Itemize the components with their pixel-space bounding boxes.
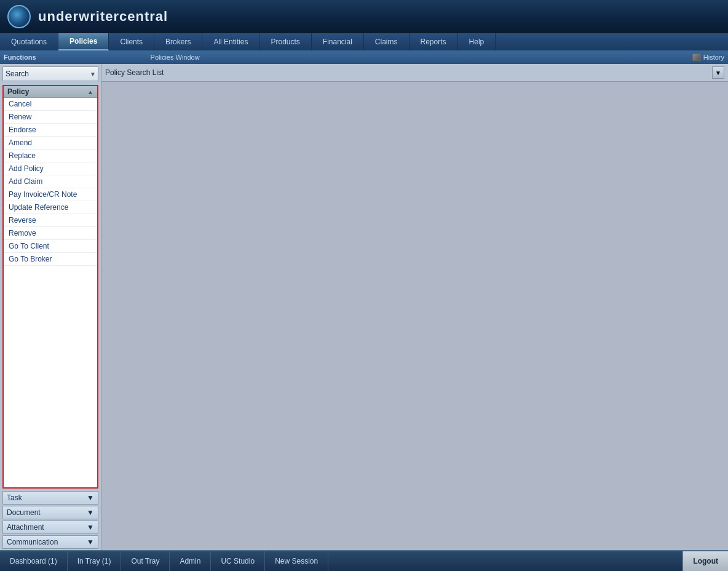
policy-item-endorse[interactable]: Endorse	[4, 124, 97, 137]
policy-item-go-to-client[interactable]: Go To Client	[4, 240, 97, 253]
nav-products[interactable]: Products	[259, 33, 311, 50]
content-area: Policy Search List ▼	[101, 64, 728, 550]
sidebar-bottom-accordions: Task ▼ Document ▼ Attachment ▼ Communica…	[0, 490, 101, 550]
communication-accordion-button[interactable]: Communication ▼	[2, 535, 98, 549]
app-logo	[7, 5, 31, 28]
statusbar-new-session[interactable]: New Session	[265, 551, 328, 571]
window-label: Policies Window	[151, 54, 200, 61]
policy-item-go-to-broker[interactable]: Go To Broker	[4, 253, 97, 266]
task-accordion: Task ▼	[2, 491, 98, 505]
content-toolbar-title: Policy Search List	[105, 68, 710, 77]
policy-item-cancel[interactable]: Cancel	[4, 98, 97, 111]
content-toolbar-dropdown-button[interactable]: ▼	[712, 66, 724, 79]
content-main-area	[101, 82, 728, 550]
search-dropdown-container: Search ▼	[2, 66, 98, 81]
policy-item-reverse[interactable]: Reverse	[4, 214, 97, 227]
content-toolbar: Policy Search List ▼	[101, 64, 728, 82]
sidebar: Search ▼ Policy ▲ Cancel Renew Endorse A…	[0, 64, 101, 550]
app-header: underwritercentral	[0, 0, 728, 33]
policy-section: Policy ▲ Cancel Renew Endorse Amend Repl…	[2, 85, 98, 489]
history-button[interactable]: History	[692, 54, 724, 61]
statusbar-admin[interactable]: Admin	[170, 551, 211, 571]
nav-brokers[interactable]: Brokers	[154, 33, 202, 50]
attachment-accordion: Attachment ▼	[2, 521, 98, 534]
communication-dropdown-arrow: ▼	[87, 538, 94, 546]
app-title: underwritercentral	[38, 9, 168, 25]
document-dropdown-arrow: ▼	[87, 508, 94, 517]
policy-item-pay-invoice[interactable]: Pay Invoice/CR Note	[4, 188, 97, 201]
communication-accordion: Communication ▼	[2, 535, 98, 549]
attachment-dropdown-arrow: ▼	[87, 523, 94, 532]
nav-help[interactable]: Help	[458, 33, 496, 50]
policy-item-amend[interactable]: Amend	[4, 137, 97, 150]
search-select[interactable]: Search	[2, 66, 98, 81]
statusbar-in-tray[interactable]: In Tray (1)	[68, 551, 122, 571]
statusbar-dashboard[interactable]: Dashboard (1)	[0, 551, 68, 571]
policy-item-update-reference[interactable]: Update Reference	[4, 201, 97, 214]
functions-label: Functions	[4, 54, 36, 61]
nav-policies[interactable]: Policies	[58, 33, 109, 50]
nav-quotations[interactable]: Quotations	[0, 33, 58, 50]
main-layout: Search ▼ Policy ▲ Cancel Renew Endorse A…	[0, 64, 728, 550]
policy-item-remove[interactable]: Remove	[4, 227, 97, 240]
statusbar-uc-studio[interactable]: UC Studio	[211, 551, 265, 571]
nav-financial[interactable]: Financial	[312, 33, 364, 50]
policy-section-title: Policy	[7, 87, 29, 96]
nav-clients[interactable]: Clients	[109, 33, 154, 50]
policy-items-list: Cancel Renew Endorse Amend Replace Add P…	[4, 98, 97, 266]
task-accordion-button[interactable]: Task ▼	[2, 491, 98, 505]
task-dropdown-arrow: ▼	[87, 493, 94, 502]
policy-header: Policy ▲	[4, 86, 97, 98]
status-bar: Dashboard (1) In Tray (1) Out Tray Admin…	[0, 550, 728, 571]
policy-item-replace[interactable]: Replace	[4, 150, 97, 162]
policy-collapse-arrow[interactable]: ▲	[87, 89, 93, 95]
document-accordion: Document ▼	[2, 506, 98, 519]
subheader-bar: Functions Policies Window History	[0, 50, 728, 64]
nav-claims[interactable]: Claims	[364, 33, 410, 50]
policy-item-add-claim[interactable]: Add Claim	[4, 175, 97, 188]
nav-all-entities[interactable]: All Entities	[202, 33, 259, 50]
nav-reports[interactable]: Reports	[410, 33, 458, 50]
history-icon	[692, 54, 701, 61]
document-accordion-button[interactable]: Document ▼	[2, 506, 98, 519]
logout-button[interactable]: Logout	[682, 551, 728, 571]
main-navbar: Quotations Policies Clients Brokers All …	[0, 33, 728, 50]
policy-item-renew[interactable]: Renew	[4, 111, 97, 124]
policy-item-add-policy[interactable]: Add Policy	[4, 162, 97, 175]
statusbar-out-tray[interactable]: Out Tray	[121, 551, 170, 571]
attachment-accordion-button[interactable]: Attachment ▼	[2, 521, 98, 534]
